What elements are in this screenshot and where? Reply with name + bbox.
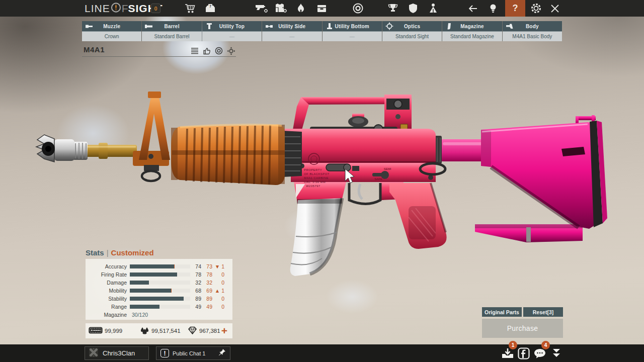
back-arrow-icon[interactable] [464, 0, 481, 17]
currency-tickets: 99,999 [89, 323, 122, 338]
pin-icon[interactable] [218, 348, 226, 358]
purchase-button[interactable]: Purchase [482, 319, 563, 338]
stats-heading: Stats|Customized [86, 248, 154, 257]
utility-top-icon [205, 22, 213, 32]
stat-bar [130, 281, 190, 285]
stat-bar [130, 297, 190, 301]
svg-text:M4A1 CARBINE: M4A1 CARBINE [304, 176, 329, 179]
part-header-magazine[interactable]: Magazine [442, 21, 502, 31]
character-icon[interactable] [425, 0, 442, 17]
weapons-pistol-icon[interactable] [253, 0, 270, 17]
part-value-optics[interactable]: Standard Sight [382, 31, 442, 41]
magazine-capacity: 30/120 [132, 312, 148, 318]
like-icon[interactable] [202, 46, 212, 55]
part-value-muzzle[interactable]: Crown [82, 31, 141, 41]
inbox-download-icon[interactable]: 1 [501, 346, 515, 360]
close-icon[interactable] [546, 0, 564, 17]
svg-text:OF BLACKSPOT: OF BLACKSPOT [304, 172, 330, 175]
gem-amount: 967,381 [199, 328, 220, 334]
part-header-barrel[interactable]: Barrel [142, 21, 201, 31]
collapse-chevron-icon[interactable] [549, 346, 564, 360]
optics-icon [385, 22, 393, 32]
part-slot-barrel: Barrel Standard Barrel [142, 21, 202, 41]
stat-row-range: Range 49 49 0 [86, 303, 232, 311]
part-slot-utility-side: Utility Side — [262, 21, 322, 41]
svg-text:CAL. 5.56 MM: CAL. 5.56 MM [304, 180, 326, 184]
chat-channel-button[interactable]: ! Public Chat 1 [156, 346, 230, 360]
add-funds-button[interactable]: + [218, 323, 230, 338]
logo-bullet-o-icon [111, 2, 121, 15]
utility-side-icon [265, 22, 273, 32]
logo-text: LINE [85, 3, 110, 15]
list-view-icon[interactable] [190, 46, 200, 55]
help-button[interactable]: ? [505, 0, 525, 17]
part-header-body[interactable]: Body [503, 21, 562, 31]
move-rotate-icon[interactable] [226, 46, 236, 55]
selector-label-semi: SEMI [384, 167, 391, 170]
weapon-name: M4A1 [84, 45, 105, 54]
part-header-optics[interactable]: Optics [382, 21, 442, 31]
stat-bar [130, 305, 190, 309]
inbox-count-badge: 1 [509, 341, 517, 349]
lightbulb-icon[interactable] [485, 0, 502, 17]
logo-text: F [122, 3, 128, 15]
stat-row-accuracy: Accuracy 74 73 ▼ 1 [86, 262, 232, 270]
part-header-utility-side[interactable]: Utility Side [262, 21, 321, 31]
top-bar: LINE F SIGHT 0 7 [0, 0, 644, 17]
part-value-barrel[interactable]: Standard Barrel [142, 31, 201, 41]
utility-bottom-icon [326, 22, 334, 32]
stat-row-stability: Stability 89 89 0 [86, 295, 232, 303]
crate-icon[interactable] [313, 0, 330, 17]
stat-row-damage: Damage 32 32 0 [86, 279, 232, 287]
clan-name: Chris3Clan [103, 349, 135, 357]
part-value-body[interactable]: M4A1 Basic Body [503, 31, 562, 41]
flame-icon[interactable] [292, 0, 309, 17]
logo-counter-badge: 0 [151, 4, 160, 13]
ticket-amount: 99,999 [105, 328, 122, 334]
part-slot-utility-top: Utility Top — [202, 21, 262, 41]
part-header-utility-bottom[interactable]: Utility Bottom [323, 21, 382, 31]
svg-text:PROPERTY: PROPERTY [304, 168, 322, 171]
part-header-utility-top[interactable]: Utility Top [202, 21, 262, 31]
stat-bar [130, 289, 190, 293]
target-view-icon[interactable] [214, 46, 224, 55]
shield-icon[interactable] [405, 0, 422, 17]
part-value-utility-top[interactable]: — [202, 31, 262, 41]
bullseye-icon[interactable] [349, 0, 366, 17]
stat-row-mobility: Mobility 68 69 ▲ 1 [86, 287, 232, 295]
chat-channel-label: Public Chat 1 [173, 350, 215, 356]
part-slot-utility-bottom: Utility Bottom — [323, 21, 382, 41]
facebook-icon[interactable] [517, 346, 531, 360]
chat-alert-icon: ! [160, 349, 169, 357]
mouse-cursor [344, 168, 356, 184]
chat-bubble-icon[interactable]: 4 [533, 346, 547, 360]
stats-panel: Accuracy 74 73 ▼ 1 Firing Rate 78 78 0 D… [86, 259, 232, 320]
part-value-utility-side[interactable]: — [262, 31, 321, 41]
currency-bar: 99,999 99,517,541 967,381 + [86, 323, 232, 338]
weapon-viewport[interactable]: SEMI SAFE PROPERTY OF BLACKSPOT M4A1 CAR… [0, 17, 644, 344]
part-value-magazine[interactable]: Standard Magazine [442, 31, 502, 41]
clan-button[interactable]: Chris3Clan [85, 346, 149, 360]
part-slot-body: Body M4A1 Basic Body [503, 21, 562, 41]
trophy-icon[interactable] [384, 0, 401, 17]
selector-label-safe: SAFE [374, 177, 382, 180]
reset-button[interactable]: Reset[3] [523, 307, 563, 317]
part-slot-magazine: Magazine Standard Magazine [442, 21, 502, 41]
receiver-stamp-text: PROPERTY OF BLACKSPOT M4A1 CARBINE CAL. … [304, 168, 330, 188]
part-slot-optics: Optics Standard Sight [382, 21, 442, 41]
barrel-icon [145, 22, 153, 32]
storage-drawer-icon[interactable]: 7 [202, 0, 219, 17]
parts-table: Muzzle Crown Barrel Standard Barrel Util… [82, 21, 562, 41]
settings-gear-icon[interactable] [527, 0, 544, 17]
original-parts-button[interactable]: Original Parts [482, 307, 522, 317]
magazine-icon [445, 22, 453, 32]
shop-cart-icon[interactable] [182, 0, 199, 17]
stat-row-magazine: Magazine 30/120 [86, 311, 232, 319]
part-header-muzzle[interactable]: Muzzle [82, 21, 141, 31]
gear-vest-icon[interactable] [272, 0, 289, 17]
chat-count-badge: 4 [541, 341, 550, 349]
part-value-utility-bottom[interactable]: — [323, 31, 382, 41]
clan-emblem-icon [89, 347, 99, 359]
muzzle-icon [85, 22, 93, 32]
currency-gold: 99,517,541 [140, 323, 181, 338]
